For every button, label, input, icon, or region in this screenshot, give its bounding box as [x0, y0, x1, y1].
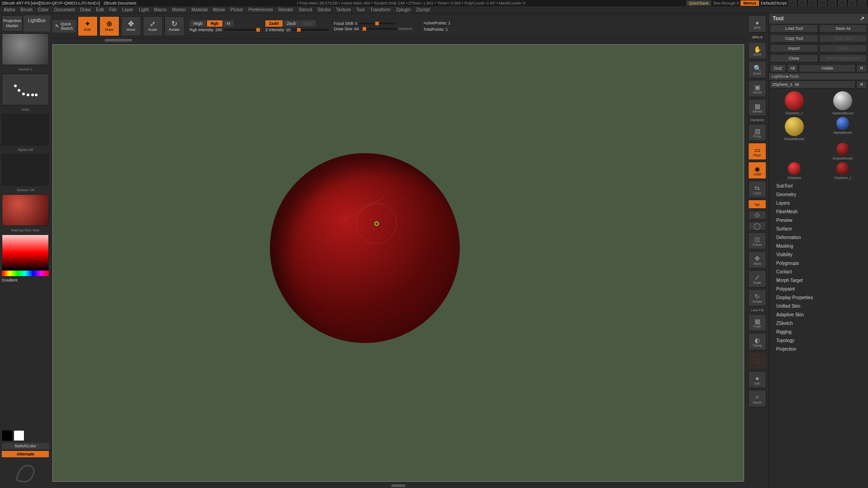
rotate-mode-button[interactable]: ↻Rotate [165, 16, 184, 36]
menu-tool[interactable]: Tool [356, 7, 364, 12]
zsub-button[interactable]: Zsub [283, 20, 300, 27]
switch-color-button[interactable]: SwitchColor [2, 443, 49, 449]
sub-displayprops[interactable]: Display Properties [769, 293, 868, 302]
menus-toggle[interactable]: Menus [741, 0, 759, 6]
tool-item-simplebrush[interactable]: SimpleBrush [771, 117, 818, 141]
quicksave-button[interactable]: QuickSave [686, 0, 712, 6]
window-button-3[interactable] [808, 0, 816, 6]
mrgb-button[interactable]: Mrgb [190, 20, 207, 27]
sub-visibility[interactable]: Visibility [769, 250, 868, 259]
tool-item-zsphere1[interactable]: ZSphere_1 [771, 91, 818, 115]
menu-macro[interactable]: Macro [154, 7, 167, 12]
tool-r-button[interactable]: R [856, 80, 867, 89]
default-zscript[interactable]: DefaultZScript [761, 1, 787, 5]
menu-file[interactable]: File [109, 7, 117, 12]
goz-all-button[interactable]: All [787, 64, 798, 72]
export-button[interactable]: Export [819, 44, 868, 52]
sub-geometry[interactable]: Geometry [769, 190, 868, 199]
sub-subtool[interactable]: SubTool [769, 182, 868, 190]
z-intensity-slider[interactable]: Z Intensity 15 [265, 28, 329, 32]
sub-fibermesh[interactable]: FiberMesh [769, 207, 868, 216]
projection-master-button[interactable]: Projection Master [2, 15, 23, 32]
goz-button[interactable]: GoZ [770, 64, 786, 72]
sub-topology[interactable]: Topology [769, 336, 868, 345]
quick-sketch-button[interactable]: ✎ Quick Sketch [52, 20, 76, 33]
focal-shift-slider[interactable]: Focal Shift 0 [334, 21, 413, 26]
menu-alpha[interactable]: Alpha [4, 7, 15, 12]
goz-visible-button[interactable]: Visible [799, 64, 855, 72]
sub-morphtarget[interactable]: Morph Target [769, 276, 868, 285]
window-close[interactable] [858, 0, 866, 6]
swatch-secondary[interactable] [2, 430, 13, 441]
lightbox-button[interactable]: LightBox [24, 15, 50, 32]
canvas-scrollbar-h[interactable] [51, 39, 746, 42]
frame-button[interactable]: ⊡Frame [748, 232, 766, 249]
lsym-button[interactable]: ⇆LSym [748, 181, 766, 198]
sub-preview[interactable]: Preview [769, 216, 868, 225]
rgb-intensity-slider[interactable]: Rgb Intensity 100 [190, 28, 260, 32]
transp-button[interactable]: ◐Transp [748, 333, 766, 350]
sub-polygroups[interactable]: Polygroups [769, 259, 868, 267]
ghost-button[interactable]: ◌ [748, 352, 766, 369]
lightbox-tools-label[interactable]: Lightbox▸Tools [769, 73, 868, 80]
sub-deformation[interactable]: Deformation [769, 233, 868, 242]
tool-item-spherebrush[interactable]: SphereBrush [820, 91, 867, 115]
menu-zscript[interactable]: Zscript [416, 7, 429, 12]
sub-masking[interactable]: Masking [769, 242, 868, 250]
m-button[interactable]: M [223, 20, 234, 27]
menu-brush[interactable]: Brush [21, 7, 33, 12]
panel-close-icon[interactable]: ↗ [860, 15, 864, 22]
xpose-button[interactable]: ✧Xpose [748, 390, 766, 407]
sub-layers[interactable]: Layers [769, 199, 868, 207]
sub-zsketch[interactable]: ZSketch [769, 319, 868, 328]
tool-panel-header[interactable]: Tool ↗ [769, 14, 868, 23]
canvas[interactable] [52, 44, 744, 482]
menu-render[interactable]: Render [278, 7, 293, 12]
menu-stroke[interactable]: Stroke [317, 7, 330, 12]
clone-button[interactable]: Clone [770, 54, 818, 62]
move-view-button[interactable]: ✥Move [748, 251, 766, 268]
zcut-button[interactable]: Zcut [301, 20, 316, 27]
menu-edit[interactable]: Edit [96, 7, 104, 12]
sub-surface[interactable]: Surface [769, 225, 868, 233]
texture-thumb[interactable] [2, 154, 49, 186]
color-picker[interactable] [2, 235, 49, 276]
solo-button[interactable]: ●Solo [748, 371, 766, 388]
window-button-5[interactable] [828, 0, 836, 6]
see-through-slider[interactable]: See-through 0 [713, 1, 739, 5]
menu-stencil[interactable]: Stencil [298, 7, 312, 12]
window-maximize[interactable] [848, 0, 856, 6]
spix-label[interactable]: SPix 5 [751, 34, 763, 40]
scale-view-button[interactable]: ⤢Scale [748, 270, 766, 287]
tool-item-alphabrush[interactable]: AlphaBrush [820, 117, 867, 141]
menu-transform[interactable]: Transform [370, 7, 390, 12]
menu-texture[interactable]: Texture [336, 7, 351, 12]
menu-draw[interactable]: Draw [80, 7, 90, 12]
sub-unifiedskin[interactable]: Unified Skin [769, 302, 868, 310]
fit-button[interactable]: ◯ [748, 221, 766, 230]
xyz-button[interactable]: Xyz [748, 200, 766, 209]
draw-mode-button[interactable]: ⊕Draw [99, 16, 119, 36]
scroll-button[interactable]: ✋Scroll [748, 42, 766, 59]
current-tool-label[interactable]: ZSphere_1. 46 [770, 80, 855, 89]
scale-mode-button[interactable]: ⤢Scale [143, 16, 163, 36]
floor-button[interactable]: ▭Floor [748, 143, 766, 160]
window-button-2[interactable] [798, 0, 807, 6]
paste-tool-button[interactable]: Paste Tool [819, 34, 868, 42]
load-tool-button[interactable]: Load Tool [770, 24, 818, 33]
sub-rigging[interactable]: Rigging [769, 328, 868, 336]
sub-projection[interactable]: Projection [769, 345, 868, 353]
menu-movie[interactable]: Movie [213, 7, 225, 12]
rgb-button[interactable]: Rgb [207, 20, 222, 27]
menu-layer[interactable]: Layer [122, 7, 133, 12]
aahalf-button[interactable]: ▦AAHalf [748, 99, 766, 116]
alpha-thumb[interactable] [2, 114, 49, 145]
tool-item-zsphere1b[interactable]: ZSphere_1 [820, 162, 867, 180]
stroke-thumb[interactable] [2, 74, 49, 105]
window-minimize[interactable] [838, 0, 846, 6]
move-mode-button[interactable]: ✥Move [121, 16, 141, 36]
menu-color[interactable]: Color [38, 7, 49, 12]
center-button[interactable]: ⊙ [748, 211, 766, 220]
actual-button[interactable]: ▣Actual [748, 80, 766, 97]
bpr-button[interactable]: ●BPR [748, 15, 766, 33]
